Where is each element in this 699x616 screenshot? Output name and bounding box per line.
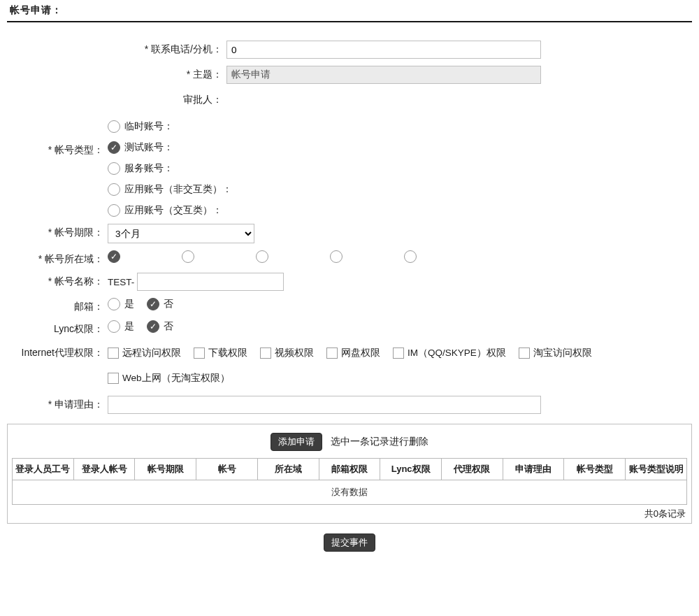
account-type-test-radio[interactable]: 测试账号： <box>108 141 232 154</box>
radio-icon <box>108 250 120 263</box>
col-domain: 所在域 <box>257 459 319 480</box>
col-period: 帐号期限 <box>135 459 196 480</box>
radio-icon <box>108 141 120 154</box>
mail-label: 邮箱： <box>10 298 108 313</box>
account-type-app-interactive-radio[interactable]: 应用账号（交互类）： <box>108 204 232 217</box>
period-label: * 帐号期限： <box>10 224 108 239</box>
account-request-form: * 联系电话/分机： * 主题： 审批人： * 帐号类型： 临时账号： 测试账号… <box>7 41 692 414</box>
account-type-app-noninteractive-radio[interactable]: 应用账号（非交互类）： <box>108 183 232 196</box>
account-type-test-label: 测试账号： <box>124 141 173 154</box>
chk-video[interactable]: 视频权限 <box>260 343 314 364</box>
mail-yes-label: 是 <box>124 298 134 310</box>
table-empty-row: 没有数据 <box>13 480 687 505</box>
col-acct-type: 帐号类型 <box>564 459 626 480</box>
chk-download[interactable]: 下载权限 <box>194 343 247 364</box>
radio-icon <box>147 320 159 333</box>
subject-input <box>226 66 541 84</box>
mail-yes-radio[interactable]: 是 <box>108 298 134 310</box>
approver-label: 审批人： <box>129 91 226 106</box>
table-empty-cell: 没有数据 <box>13 480 687 505</box>
account-type-app-interactive-label: 应用账号（交互类）： <box>124 204 222 217</box>
lync-yes-radio[interactable]: 是 <box>108 320 134 333</box>
lync-label: Lync权限： <box>10 320 108 336</box>
col-acct-type-desc: 账号类型说明 <box>626 459 687 480</box>
chk-taobao-label: 淘宝访问权限 <box>533 343 592 364</box>
radio-icon <box>108 162 120 175</box>
col-proxy-perm: 代理权限 <box>442 459 503 480</box>
lync-no-label: 否 <box>164 320 173 333</box>
account-name-prefix: TEST- <box>108 277 134 287</box>
account-name-input[interactable] <box>137 273 284 291</box>
domain-radio-5[interactable] <box>404 250 421 263</box>
account-name-label: * 帐号名称： <box>10 273 108 288</box>
account-type-temp-label: 临时账号： <box>124 120 173 133</box>
proxy-label: Internet代理权限： <box>10 343 108 359</box>
mail-no-label: 否 <box>164 298 173 310</box>
reason-label: * 申请理由： <box>10 396 108 411</box>
checkbox-icon <box>519 348 530 359</box>
chk-web-no-taobao-label: Web上网（无淘宝权限） <box>122 368 230 389</box>
chk-video-label: 视频权限 <box>275 343 314 364</box>
radio-icon <box>108 320 120 333</box>
checkbox-icon <box>194 348 205 359</box>
radio-icon <box>147 298 159 310</box>
account-type-app-noninteractive-label: 应用账号（非交互类）： <box>124 183 232 196</box>
radio-icon <box>108 120 120 133</box>
submit-button[interactable]: 提交事件 <box>324 533 375 552</box>
divider <box>7 21 692 22</box>
reason-input[interactable] <box>108 396 541 414</box>
domain-radio-4[interactable] <box>330 250 347 263</box>
chk-web-no-taobao[interactable]: Web上网（无淘宝权限） <box>108 368 230 389</box>
col-reason: 申请理由 <box>503 459 564 480</box>
chk-remote-access-label: 远程访问权限 <box>122 343 181 364</box>
radio-icon <box>182 250 194 263</box>
radio-icon <box>108 183 120 196</box>
checkbox-icon <box>326 348 338 359</box>
phone-label: * 联系电话/分机： <box>129 41 226 56</box>
domain-label: * 帐号所在域： <box>10 250 108 266</box>
radio-icon <box>330 250 343 263</box>
col-login-account: 登录人帐号 <box>73 459 135 480</box>
domain-radio-2[interactable] <box>182 250 199 263</box>
lync-yes-label: 是 <box>124 320 134 333</box>
requests-section: 添加申请 选中一条记录进行删除 登录人员工号 登录人帐号 帐号期限 帐号 所在域… <box>7 424 692 524</box>
account-type-label: * 帐号类型： <box>10 120 108 157</box>
page-title: 帐号申请： <box>10 4 692 17</box>
checkbox-icon <box>108 373 119 384</box>
chk-im-label: IM（QQ/SKYPE）权限 <box>408 343 506 364</box>
chk-netdisk[interactable]: 网盘权限 <box>326 343 380 364</box>
checkbox-icon <box>260 348 271 359</box>
account-type-temp-radio[interactable]: 临时账号： <box>108 120 232 133</box>
chk-taobao[interactable]: 淘宝访问权限 <box>519 343 592 364</box>
checkbox-icon <box>393 348 404 359</box>
period-select[interactable]: 3个月 <box>108 224 254 243</box>
requests-table: 登录人员工号 登录人帐号 帐号期限 帐号 所在域 邮箱权限 Lync权限 代理权… <box>12 458 687 505</box>
domain-radio-1[interactable] <box>108 250 124 263</box>
col-employee-id: 登录人员工号 <box>13 459 74 480</box>
chk-download-label: 下载权限 <box>208 343 247 364</box>
record-count: 共0条记录 <box>12 508 686 520</box>
account-type-service-label: 服务账号： <box>124 162 173 175</box>
radio-icon <box>256 250 268 263</box>
subject-label: * 主题： <box>129 66 226 81</box>
account-type-service-radio[interactable]: 服务账号： <box>108 162 232 175</box>
delete-hint: 选中一条记录进行删除 <box>331 436 428 447</box>
lync-no-radio[interactable]: 否 <box>147 320 173 333</box>
mail-no-radio[interactable]: 否 <box>147 298 173 310</box>
phone-input[interactable] <box>226 41 541 59</box>
radio-icon <box>404 250 417 263</box>
domain-radio-3[interactable] <box>256 250 273 263</box>
col-lync-perm: Lync权限 <box>380 459 442 480</box>
table-header-row: 登录人员工号 登录人帐号 帐号期限 帐号 所在域 邮箱权限 Lync权限 代理权… <box>13 459 687 480</box>
col-account: 帐号 <box>196 459 258 480</box>
chk-im[interactable]: IM（QQ/SKYPE）权限 <box>393 343 506 364</box>
add-request-button[interactable]: 添加申请 <box>271 433 322 451</box>
chk-netdisk-label: 网盘权限 <box>341 343 380 364</box>
radio-icon <box>108 204 120 217</box>
col-mail-perm: 邮箱权限 <box>319 459 380 480</box>
radio-icon <box>108 298 120 310</box>
chk-remote-access[interactable]: 远程访问权限 <box>108 343 181 364</box>
checkbox-icon <box>108 348 119 359</box>
